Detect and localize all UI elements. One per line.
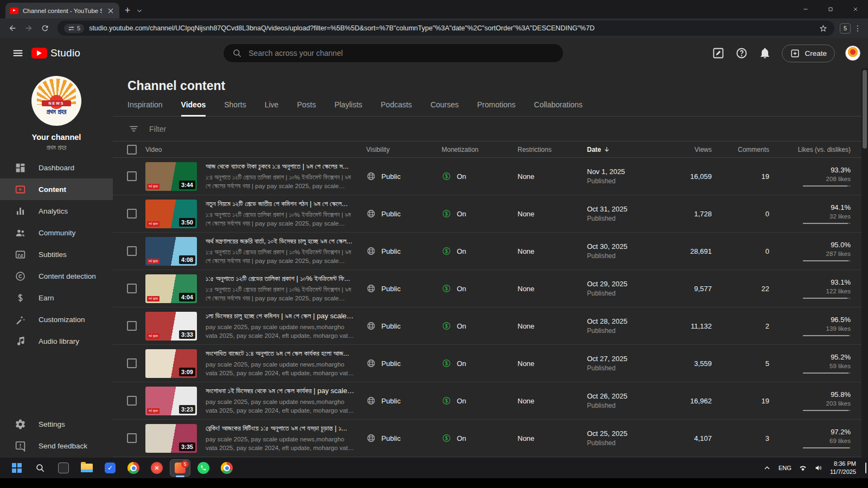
- header-restrictions[interactable]: Restrictions: [518, 146, 587, 153]
- help-icon[interactable]: [735, 47, 748, 60]
- taskbar-app-chrome[interactable]: [123, 459, 144, 477]
- header-comments[interactable]: Comments: [712, 146, 769, 153]
- row-checkbox[interactable]: [127, 433, 137, 443]
- account-avatar[interactable]: [845, 46, 860, 61]
- tab-inspiration[interactable]: Inspiration: [127, 100, 163, 116]
- taskbar-app-search[interactable]: [30, 459, 50, 477]
- video-thumbnail[interactable]: সর্ব প্রথম 4:04: [145, 274, 197, 303]
- visibility-value[interactable]: Public: [381, 210, 400, 218]
- scrollbar-thumb[interactable]: [863, 70, 867, 149]
- tab-courses[interactable]: Courses: [430, 100, 458, 116]
- channel-avatar[interactable]: NEWS প্রথম প্রহর: [31, 76, 81, 126]
- video-title[interactable]: অর্থ মন্ত্রণালয়ের জরুরি বার্তা, ১০ই ডিস…: [206, 237, 354, 246]
- show-desktop-bar[interactable]: [865, 463, 866, 473]
- taskbar-app-file-explorer[interactable]: [76, 459, 97, 477]
- language-indicator[interactable]: ENG: [778, 465, 792, 471]
- scrollbar[interactable]: [861, 68, 868, 458]
- row-checkbox[interactable]: [127, 171, 137, 181]
- header-visibility[interactable]: Visibility: [366, 146, 442, 153]
- taskbar-clock[interactable]: 8:36 PM 11/7/2025: [830, 460, 856, 476]
- filter-input[interactable]: [149, 125, 323, 133]
- browser-tab[interactable]: Channel content - YouTube Stu: [5, 3, 119, 18]
- video-thumbnail[interactable]: সর্ব প্রথম 3:50: [145, 200, 197, 228]
- video-thumbnail[interactable]: সর্ব প্রথম 4:08: [145, 237, 197, 266]
- table-row[interactable]: সর্ব প্রথম 3:50 নতুন নিয়মে ১২টি গ্রেডে …: [113, 195, 861, 233]
- taskbar-app-terminal[interactable]: [53, 459, 74, 477]
- tab-collaborations[interactable]: Collaborations: [534, 100, 583, 116]
- header-monetization[interactable]: Monetization: [442, 146, 518, 153]
- select-all-checkbox[interactable]: [127, 145, 137, 155]
- visibility-value[interactable]: Public: [381, 247, 400, 255]
- sidebar-item-customization[interactable]: Customization: [0, 309, 113, 330]
- sidebar-item-analytics[interactable]: Analytics: [0, 200, 113, 222]
- visibility-value[interactable]: Public: [381, 322, 400, 330]
- taskbar-app-whatsapp[interactable]: [193, 459, 214, 477]
- table-row[interactable]: সর্ব প্রথম 4:04 ১:৫ অনুপাতে ১২টি গ্রেডের…: [113, 270, 861, 307]
- youtube-studio-logo[interactable]: Studio: [31, 47, 80, 59]
- video-thumbnail[interactable]: সর্ব প্রথম 3:44: [145, 162, 197, 191]
- video-thumbnail[interactable]: সর্ব প্রথম 3:33: [145, 312, 197, 341]
- row-checkbox[interactable]: [127, 246, 137, 256]
- visibility-value[interactable]: Public: [381, 434, 400, 442]
- table-row[interactable]: 3:09 সংশোধিত বাজেটে ১:৪ অনুপাতে ৯ম পে স্…: [113, 345, 861, 382]
- maximize-icon[interactable]: [818, 0, 843, 18]
- visibility-value[interactable]: Public: [381, 359, 400, 368]
- extensions-badge[interactable]: 5: [840, 23, 851, 34]
- studio-search[interactable]: [223, 43, 564, 63]
- visibility-value[interactable]: Public: [381, 397, 400, 405]
- video-title[interactable]: ১লা ডিসেম্বর চালু হচ্ছে পে কমিশন | ৯ম পে…: [206, 312, 354, 320]
- header-views[interactable]: Views: [660, 146, 712, 153]
- visibility-value[interactable]: Public: [381, 172, 400, 181]
- taskbar-app-red-x[interactable]: ✕: [146, 459, 167, 477]
- sidebar-item-earn[interactable]: Earn: [0, 287, 113, 309]
- tab-shorts[interactable]: Shorts: [224, 100, 246, 116]
- tab-playlists[interactable]: Playlists: [334, 100, 362, 116]
- video-thumbnail[interactable]: 3:35: [145, 424, 197, 453]
- tab-live[interactable]: Live: [265, 100, 279, 116]
- sidebar-item-dashboard[interactable]: Dashboard: [0, 157, 113, 178]
- url-text[interactable]: studio.youtube.com/channel/UCIpqNijsnh87…: [89, 24, 814, 32]
- studio-search-input[interactable]: [248, 49, 554, 57]
- sidebar-item-community[interactable]: Community: [0, 222, 113, 243]
- taskbar-app-start[interactable]: [7, 459, 27, 477]
- filter-bar[interactable]: [113, 117, 861, 142]
- browser-menu-icon[interactable]: ⋮: [853, 24, 863, 33]
- tab-podcasts[interactable]: Podcasts: [381, 100, 412, 116]
- tab-list-chevron-icon[interactable]: [136, 7, 143, 15]
- minimize-icon[interactable]: [793, 0, 818, 18]
- create-button[interactable]: Create: [782, 44, 835, 62]
- sidebar-item-settings[interactable]: Settings: [0, 413, 113, 435]
- table-row[interactable]: সর্ব প্রথম 3:33 ১লা ডিসেম্বর চালু হচ্ছে …: [113, 307, 861, 345]
- video-title[interactable]: সংশোধনা ১ই ডিসেম্বর থেকে ৯ম পে স্কেল কার…: [206, 387, 354, 395]
- taskbar-app-todo[interactable]: ✓: [100, 459, 120, 477]
- table-row[interactable]: সর্ব প্রথম 3:44 আজ থেকে ব্যাংকে টাকা ঢুক…: [113, 158, 861, 195]
- sidebar-item-send-feedback[interactable]: Send feedback: [0, 435, 113, 457]
- wifi-icon[interactable]: [799, 464, 807, 472]
- video-thumbnail[interactable]: সর্ব প্রথম 3:23: [145, 387, 197, 415]
- row-checkbox[interactable]: [127, 209, 137, 219]
- table-row[interactable]: সর্ব প্রথম 4:08 অর্থ মন্ত্রণালয়ের জরুরি…: [113, 233, 861, 270]
- tab-promotions[interactable]: Promotions: [477, 100, 516, 116]
- table-row[interactable]: সর্ব প্রথম 3:23 সংশোধনা ১ই ডিসেম্বর থেকে…: [113, 382, 861, 420]
- site-info-chip[interactable]: 5: [64, 24, 84, 33]
- video-title[interactable]: সংশোধিত বাজেটে ১:৪ অনুপাতে ৯ম পে স্কেল ক…: [206, 349, 354, 358]
- table-row[interactable]: 3:35 ব্রেকিং! আজকের মিটিংয়ে ১:৫ অনুপাতে…: [113, 420, 861, 457]
- video-title[interactable]: নতুন নিয়মে ১২টি গ্রেডে জাতীয় পে কমিশন …: [206, 200, 354, 208]
- volume-icon[interactable]: [814, 464, 823, 472]
- back-icon[interactable]: [5, 21, 20, 35]
- feedback-icon[interactable]: [712, 47, 725, 60]
- close-icon[interactable]: [843, 0, 868, 18]
- row-checkbox[interactable]: [127, 396, 137, 406]
- header-likes[interactable]: Likes (vs. dislikes): [769, 146, 851, 153]
- video-thumbnail[interactable]: 3:09: [145, 349, 197, 378]
- row-checkbox[interactable]: [127, 358, 137, 368]
- video-title[interactable]: ১:৫ অনুপাতে ১২টি গ্রেডের তালিকা প্রকাশ |…: [206, 274, 354, 283]
- sidebar-item-audio-library[interactable]: Audio library: [0, 330, 113, 352]
- taskbar-app-browser2[interactable]: [216, 459, 237, 477]
- tab-close-icon[interactable]: [106, 7, 115, 15]
- new-tab-button[interactable]: +: [120, 3, 135, 17]
- tab-posts[interactable]: Posts: [297, 100, 316, 116]
- tray-chevron-icon[interactable]: [763, 464, 771, 472]
- row-checkbox[interactable]: [127, 321, 137, 331]
- bookmark-star-icon[interactable]: [819, 24, 828, 33]
